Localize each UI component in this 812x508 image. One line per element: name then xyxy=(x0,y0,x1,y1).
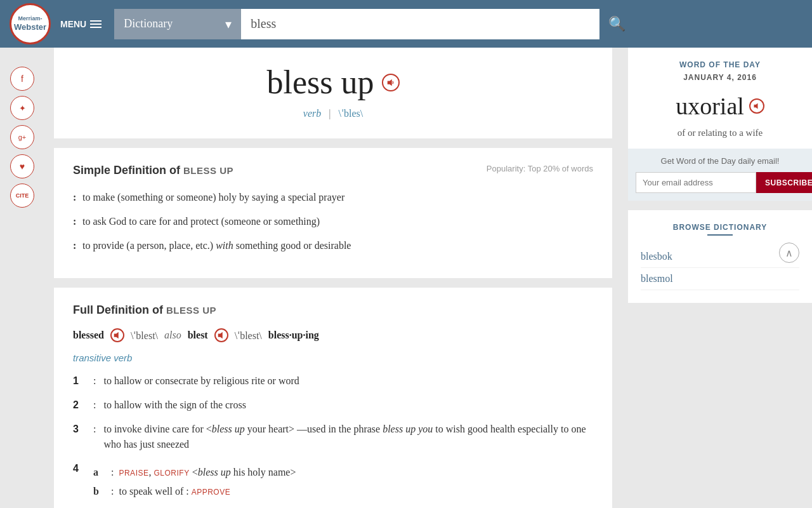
wotd-headword: uxorial xyxy=(676,92,744,120)
simple-definition-card: Simple Definition of BLESS UP Popularity… xyxy=(54,148,612,278)
speaker-icon xyxy=(386,78,395,87)
browse-dictionary-title: BROWSE DICTIONARY xyxy=(641,223,799,232)
email-input[interactable] xyxy=(636,172,756,193)
hamburger-icon xyxy=(90,20,102,28)
heart-button[interactable]: ♥ xyxy=(10,154,34,178)
cite-label: CITE xyxy=(16,192,29,199)
word-of-the-day-card: WORD OF THE DAY JANUARY 4, 2016 uxorial … xyxy=(628,48,812,201)
browse-dictionary-card: BROWSE DICTIONARY ∧ blesbok blesmol xyxy=(628,210,812,303)
browse-word-blesmol[interactable]: blesmol xyxy=(641,268,799,290)
simple-def-word: BLESS UP xyxy=(183,165,233,176)
sub-letter-b: b xyxy=(93,484,106,499)
browse-title-underline xyxy=(707,234,733,236)
full-definition-card: Full Definition of BLESS UP blessed \ˈbl… xyxy=(54,288,612,508)
simple-def-title-prefix: Simple Definition of xyxy=(73,164,180,177)
wotd-date: JANUARY 4, 2016 xyxy=(641,73,799,82)
chevron-down-icon: ▾ xyxy=(225,17,232,32)
logo-text-bottom: Webster xyxy=(14,22,46,32)
svg-marker-3 xyxy=(754,104,757,109)
audio-button-header[interactable] xyxy=(382,74,400,91)
def-4b-text: to speak well of : APPROVE xyxy=(119,484,230,499)
audio-button-blessed[interactable] xyxy=(110,328,124,342)
wotd-label: WORD OF THE DAY xyxy=(641,60,799,69)
subscribe-button[interactable]: SUBSCRIBE xyxy=(756,172,812,193)
site-logo[interactable]: Merriam- Webster xyxy=(10,3,51,44)
search-input-wrap: 🔍 xyxy=(241,9,634,39)
full-def-title-prefix: Full Definition of xyxy=(73,304,163,316)
main-word-display: bless up xyxy=(73,64,593,101)
speaker-icon-blest xyxy=(217,331,226,340)
separator: | xyxy=(329,108,331,119)
facebook-icon: f xyxy=(21,74,23,84)
logo-text-top: Merriam- xyxy=(14,15,46,22)
svg-marker-2 xyxy=(218,332,222,339)
simple-def-item-1: to make (something or someone) holy by s… xyxy=(73,190,593,205)
search-input[interactable] xyxy=(241,9,634,39)
def-num-2: 2 xyxy=(73,398,86,413)
def-text-1: to hallow or consecrate by religious rit… xyxy=(103,373,299,389)
simple-def-title: Simple Definition of BLESS UP xyxy=(73,164,233,177)
center-content: bless up verb | \ˈbles\ Simple Definitio… xyxy=(44,48,622,508)
inflection-blest: blest xyxy=(188,330,208,341)
wotd-audio-button[interactable] xyxy=(749,98,764,114)
search-icon: 🔍 xyxy=(608,16,625,32)
def-4b: b : to speak well of : APPROVE xyxy=(93,484,296,499)
simple-def-text-1: to make (something or someone) holy by s… xyxy=(82,192,344,203)
full-def-item-2: 2 : to hallow with the sign of the cross xyxy=(73,398,593,413)
def-num-3: 3 xyxy=(73,422,86,452)
transitive-verb-label: transitive verb xyxy=(73,352,593,363)
simple-def-item-3: to provide (a person, place, etc.) with … xyxy=(73,238,593,253)
dictionary-dropdown[interactable]: Dictionary ▾ xyxy=(114,9,241,39)
wotd-speaker-icon xyxy=(753,102,761,110)
dropdown-label: Dictionary xyxy=(124,17,173,30)
approve-link[interactable]: APPROVE xyxy=(192,488,231,497)
praise-link[interactable]: PRAISE xyxy=(119,469,148,478)
simple-def-text-3: to provide (a person, place, etc.) with … xyxy=(82,240,351,251)
svg-marker-1 xyxy=(114,332,119,339)
browse-up-button[interactable]: ∧ xyxy=(779,243,799,263)
simple-def-header: Simple Definition of BLESS UP Popularity… xyxy=(73,164,593,177)
menu-button[interactable]: MENU xyxy=(60,19,102,29)
inflection-blessup-ing: bless·up·ing xyxy=(268,330,319,341)
inflection-blessed: blessed xyxy=(73,330,104,341)
full-def-word: BLESS UP xyxy=(166,305,216,316)
wotd-email-section: Get Word of the Day daily email! SUBSCRI… xyxy=(628,149,812,201)
glorify-link[interactable]: GLORIFY xyxy=(154,469,189,478)
inflection-blessed-pron: \ˈblest\ xyxy=(131,330,158,342)
inflections: blessed \ˈblest\ also blest \ˈblest\ ble… xyxy=(73,328,593,342)
cite-button[interactable]: CITE xyxy=(10,184,34,208)
full-def-title: Full Definition of BLESS UP xyxy=(73,304,593,317)
twitter-button[interactable]: ✦ xyxy=(10,96,34,120)
twitter-icon: ✦ xyxy=(19,104,26,113)
facebook-button[interactable]: f xyxy=(10,67,34,91)
site-header: Merriam- Webster MENU Dictionary ▾ 🔍 xyxy=(0,0,812,48)
def-text-3: to invoke divine care for <bless up your… xyxy=(103,422,593,452)
heart-icon: ♥ xyxy=(20,161,25,171)
googleplus-button[interactable]: g+ xyxy=(10,125,34,149)
def-4a: a : PRAISE, GLORIFY <bless up his holy n… xyxy=(93,465,296,480)
browse-word-blesbok[interactable]: blesbok xyxy=(641,246,799,268)
search-button[interactable]: 🔍 xyxy=(599,9,634,39)
svg-marker-0 xyxy=(387,79,391,86)
audio-button-blest[interactable] xyxy=(214,328,228,342)
main-layout: f ✦ g+ ♥ CITE bless up xyxy=(0,48,812,508)
right-sidebar: WORD OF THE DAY JANUARY 4, 2016 uxorial … xyxy=(622,48,812,508)
simple-def-text-2: to ask God to care for and protect (some… xyxy=(82,216,320,227)
browse-words-container: ∧ blesbok blesmol xyxy=(641,246,799,290)
word-meta: verb | \ˈbles\ xyxy=(73,107,593,119)
word-header-card: bless up verb | \ˈbles\ xyxy=(54,48,612,138)
full-def-item-4: 4 a : PRAISE, GLORIFY <bless up his holy… xyxy=(73,461,593,499)
def-num-1: 1 xyxy=(73,373,86,389)
speaker-icon-small xyxy=(113,331,122,340)
chevron-up-icon: ∧ xyxy=(785,247,793,259)
full-def-item-3: 3 : to invoke divine care for <bless up … xyxy=(73,422,593,452)
part-of-speech: verb xyxy=(303,108,321,119)
simple-def-item-2: to ask God to care for and protect (some… xyxy=(73,214,593,229)
inflection-also: also xyxy=(164,330,181,341)
inflection-blest-pron: \ˈblest\ xyxy=(235,330,262,342)
social-sidebar: f ✦ g+ ♥ CITE xyxy=(0,48,44,508)
search-area: Dictionary ▾ 🔍 xyxy=(114,9,634,39)
popularity-badge: Popularity: Top 20% of words xyxy=(487,164,593,173)
email-form: SUBSCRIBE xyxy=(636,172,804,193)
wotd-word-display: uxorial xyxy=(641,92,799,120)
